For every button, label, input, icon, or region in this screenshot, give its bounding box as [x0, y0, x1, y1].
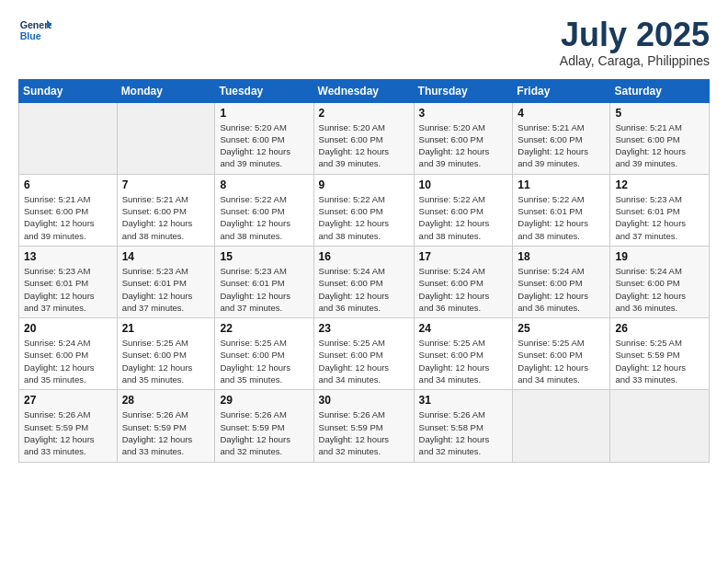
day-info: Sunrise: 5:25 AM Sunset: 6:00 PM Dayligh…: [220, 337, 308, 385]
day-info: Sunrise: 5:20 AM Sunset: 6:00 PM Dayligh…: [319, 121, 409, 170]
calendar-cell: 4Sunrise: 5:21 AM Sunset: 6:00 PM Daylig…: [513, 102, 610, 174]
day-number: 7: [122, 178, 210, 191]
day-info: Sunrise: 5:24 AM Sunset: 6:00 PM Dayligh…: [518, 265, 605, 314]
day-number: 12: [615, 178, 704, 191]
calendar-cell: 10Sunrise: 5:22 AM Sunset: 6:00 PM Dayli…: [414, 174, 513, 246]
weekday-header-row: SundayMondayTuesdayWednesdayThursdayFrid…: [19, 79, 710, 102]
day-number: 25: [518, 322, 605, 335]
week-row-2: 6Sunrise: 5:21 AM Sunset: 6:00 PM Daylig…: [19, 174, 710, 246]
day-number: 8: [220, 178, 308, 191]
day-info: Sunrise: 5:23 AM Sunset: 6:01 PM Dayligh…: [24, 265, 112, 314]
day-info: Sunrise: 5:23 AM Sunset: 6:01 PM Dayligh…: [220, 265, 308, 314]
day-number: 29: [220, 394, 308, 407]
weekday-header-wednesday: Wednesday: [313, 79, 414, 102]
weekday-header-friday: Friday: [513, 79, 610, 102]
calendar-cell: 7Sunrise: 5:21 AM Sunset: 6:00 PM Daylig…: [117, 174, 215, 246]
header: General Blue July 2025 Adlay, Caraga, Ph…: [18, 17, 710, 68]
day-info: Sunrise: 5:24 AM Sunset: 6:00 PM Dayligh…: [615, 265, 704, 314]
day-number: 16: [319, 250, 409, 263]
calendar-cell: 24Sunrise: 5:25 AM Sunset: 6:00 PM Dayli…: [414, 318, 513, 390]
calendar-cell: 6Sunrise: 5:21 AM Sunset: 6:00 PM Daylig…: [19, 174, 118, 246]
day-info: Sunrise: 5:26 AM Sunset: 5:59 PM Dayligh…: [319, 408, 409, 457]
calendar-cell: 19Sunrise: 5:24 AM Sunset: 6:00 PM Dayli…: [610, 246, 710, 317]
day-number: 15: [220, 250, 308, 263]
calendar-cell: 23Sunrise: 5:25 AM Sunset: 6:00 PM Dayli…: [313, 318, 414, 390]
day-info: Sunrise: 5:23 AM Sunset: 6:01 PM Dayligh…: [615, 193, 704, 242]
calendar-table: SundayMondayTuesdayWednesdayThursdayFrid…: [18, 79, 710, 463]
calendar-cell: 22Sunrise: 5:25 AM Sunset: 6:00 PM Dayli…: [215, 318, 313, 390]
calendar-cell: 21Sunrise: 5:25 AM Sunset: 6:00 PM Dayli…: [117, 318, 215, 390]
weekday-header-monday: Monday: [117, 79, 215, 102]
weekday-header-thursday: Thursday: [414, 79, 513, 102]
calendar-cell: 20Sunrise: 5:24 AM Sunset: 6:00 PM Dayli…: [19, 318, 118, 390]
day-info: Sunrise: 5:22 AM Sunset: 6:00 PM Dayligh…: [319, 193, 409, 242]
title-block: July 2025 Adlay, Caraga, Philippines: [560, 17, 710, 68]
day-number: 23: [319, 322, 409, 335]
calendar-cell: 25Sunrise: 5:25 AM Sunset: 6:00 PM Dayli…: [513, 318, 610, 390]
day-info: Sunrise: 5:24 AM Sunset: 6:00 PM Dayligh…: [419, 265, 508, 314]
day-info: Sunrise: 5:22 AM Sunset: 6:01 PM Dayligh…: [518, 193, 605, 242]
calendar-cell: 13Sunrise: 5:23 AM Sunset: 6:01 PM Dayli…: [19, 246, 118, 317]
week-row-5: 27Sunrise: 5:26 AM Sunset: 5:59 PM Dayli…: [19, 390, 710, 462]
day-number: 11: [518, 178, 605, 191]
day-number: 3: [419, 107, 508, 120]
day-number: 22: [220, 322, 308, 335]
day-number: 18: [518, 250, 605, 263]
day-number: 27: [24, 394, 112, 407]
day-number: 28: [122, 394, 210, 407]
weekday-header-sunday: Sunday: [19, 79, 118, 102]
calendar-cell: 1Sunrise: 5:20 AM Sunset: 6:00 PM Daylig…: [215, 102, 313, 174]
day-info: Sunrise: 5:26 AM Sunset: 5:58 PM Dayligh…: [419, 408, 508, 457]
day-info: Sunrise: 5:23 AM Sunset: 6:01 PM Dayligh…: [122, 265, 210, 314]
day-info: Sunrise: 5:25 AM Sunset: 6:00 PM Dayligh…: [419, 337, 508, 385]
month-title: July 2025: [560, 17, 710, 53]
calendar-cell: 30Sunrise: 5:26 AM Sunset: 5:59 PM Dayli…: [313, 390, 414, 462]
calendar-cell: 27Sunrise: 5:26 AM Sunset: 5:59 PM Dayli…: [19, 390, 118, 462]
day-info: Sunrise: 5:21 AM Sunset: 6:00 PM Dayligh…: [518, 121, 605, 170]
day-number: 17: [419, 250, 508, 263]
calendar-cell: 28Sunrise: 5:26 AM Sunset: 5:59 PM Dayli…: [117, 390, 215, 462]
calendar-cell: 9Sunrise: 5:22 AM Sunset: 6:00 PM Daylig…: [313, 174, 414, 246]
day-number: 19: [615, 250, 704, 263]
day-info: Sunrise: 5:20 AM Sunset: 6:00 PM Dayligh…: [220, 121, 308, 170]
day-number: 4: [518, 107, 605, 120]
calendar-cell: [610, 390, 710, 462]
day-number: 21: [122, 322, 210, 335]
calendar-cell: 2Sunrise: 5:20 AM Sunset: 6:00 PM Daylig…: [313, 102, 414, 174]
day-info: Sunrise: 5:21 AM Sunset: 6:00 PM Dayligh…: [24, 193, 112, 242]
day-number: 10: [419, 178, 508, 191]
day-number: 1: [220, 107, 308, 120]
day-info: Sunrise: 5:21 AM Sunset: 6:00 PM Dayligh…: [615, 121, 704, 170]
week-row-1: 1Sunrise: 5:20 AM Sunset: 6:00 PM Daylig…: [19, 102, 710, 174]
calendar-cell: 29Sunrise: 5:26 AM Sunset: 5:59 PM Dayli…: [215, 390, 313, 462]
day-number: 14: [122, 250, 210, 263]
day-info: Sunrise: 5:25 AM Sunset: 5:59 PM Dayligh…: [615, 337, 704, 385]
day-info: Sunrise: 5:24 AM Sunset: 6:00 PM Dayligh…: [24, 337, 112, 385]
day-number: 24: [419, 322, 508, 335]
day-number: 31: [419, 394, 508, 407]
day-info: Sunrise: 5:25 AM Sunset: 6:00 PM Dayligh…: [122, 337, 210, 385]
calendar-cell: [19, 102, 118, 174]
day-info: Sunrise: 5:26 AM Sunset: 5:59 PM Dayligh…: [24, 408, 112, 457]
location: Adlay, Caraga, Philippines: [560, 53, 710, 68]
day-info: Sunrise: 5:22 AM Sunset: 6:00 PM Dayligh…: [220, 193, 308, 242]
calendar-cell: 17Sunrise: 5:24 AM Sunset: 6:00 PM Dayli…: [414, 246, 513, 317]
svg-text:General: General: [20, 19, 51, 30]
logo-icon: General Blue: [18, 17, 51, 44]
calendar-cell: 12Sunrise: 5:23 AM Sunset: 6:01 PM Dayli…: [610, 174, 710, 246]
day-info: Sunrise: 5:24 AM Sunset: 6:00 PM Dayligh…: [319, 265, 409, 314]
calendar-cell: 31Sunrise: 5:26 AM Sunset: 5:58 PM Dayli…: [414, 390, 513, 462]
svg-text:Blue: Blue: [20, 30, 41, 41]
day-number: 26: [615, 322, 704, 335]
day-number: 2: [319, 107, 409, 120]
weekday-header-tuesday: Tuesday: [215, 79, 313, 102]
calendar-cell: [513, 390, 610, 462]
week-row-4: 20Sunrise: 5:24 AM Sunset: 6:00 PM Dayli…: [19, 318, 710, 390]
day-number: 30: [319, 394, 409, 407]
calendar-cell: [117, 102, 215, 174]
day-number: 20: [24, 322, 112, 335]
calendar-cell: 3Sunrise: 5:20 AM Sunset: 6:00 PM Daylig…: [414, 102, 513, 174]
day-info: Sunrise: 5:22 AM Sunset: 6:00 PM Dayligh…: [419, 193, 508, 242]
day-info: Sunrise: 5:20 AM Sunset: 6:00 PM Dayligh…: [419, 121, 508, 170]
day-info: Sunrise: 5:26 AM Sunset: 5:59 PM Dayligh…: [122, 408, 210, 457]
